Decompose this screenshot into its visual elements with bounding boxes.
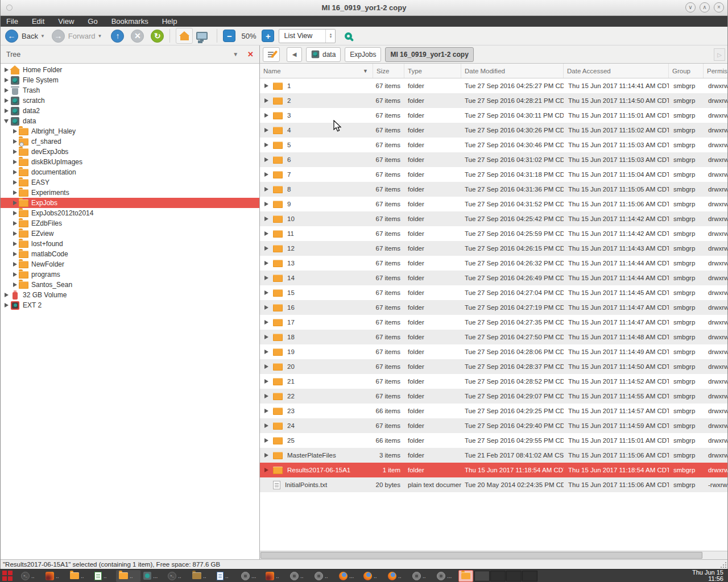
expander-icon[interactable] [263,261,270,265]
file-row-12[interactable]: 1267 itemsfolderTue 27 Sep 2016 04:26:15… [260,241,727,256]
sidebar-item-cf-shared[interactable]: cf_shared [1,136,259,147]
task-button-app-12[interactable]: .. [312,570,336,582]
sidebar-item-experiments[interactable]: Experiments [1,188,259,198]
expander-icon[interactable] [3,98,10,103]
workspace-4[interactable] [522,571,537,581]
stop-button[interactable]: ✕ [131,30,144,43]
file-row-15[interactable]: 1567 itemsfolderTue 27 Sep 2016 04:27:04… [260,285,727,300]
file-row-initialpoints-txt[interactable]: InitialPoints.txt20 bytesplain text docu… [260,477,727,492]
column-header-date-modified[interactable]: Date Modified [461,64,564,78]
menu-bookmarks[interactable]: Bookmarks [111,17,148,26]
back-button[interactable]: ← [5,30,18,43]
expander-icon[interactable] [263,409,270,413]
back-history-caret-icon[interactable]: ▼ [40,34,45,39]
task-button-folder-2[interactable]: .. [67,570,92,582]
column-header-size[interactable]: Size [373,64,404,78]
task-button-folder-4[interactable]: .. [116,570,140,582]
task-button-app-16[interactable]: .. [410,570,434,582]
expander-icon[interactable] [263,350,270,354]
forward-label[interactable]: Forward [68,32,96,40]
file-row-25[interactable]: 2566 itemsfolderTue 27 Sep 2016 04:29:55… [260,433,727,448]
sidebar-item-documentation[interactable]: documentation [1,167,259,177]
task-button-spreadsheet-3[interactable]: .. [92,570,116,582]
expander-icon[interactable] [11,221,18,226]
expander-icon[interactable] [3,119,10,123]
menu-edit[interactable]: Edit [32,17,44,26]
resize-grip[interactable] [719,561,726,568]
breadcrumb-mi-16-0919-yor1-2-copy[interactable]: MI 16_0919_yor1-2 copy [385,47,473,62]
file-row-17[interactable]: 1767 itemsfolderTue 27 Sep 2016 04:27:35… [260,315,727,330]
expander-icon[interactable] [263,468,270,472]
file-row-24[interactable]: 2467 itemsfolderTue 27 Sep 2016 04:29:40… [260,418,727,433]
expander-icon[interactable] [263,423,270,428]
task-button-firefox-13[interactable]: ... [336,570,361,582]
menu-view[interactable]: View [58,17,74,26]
sidebar-item-ext-2[interactable]: EXT 2 [1,300,259,310]
sidebar-item-newfolder[interactable]: NewFolder [1,259,259,269]
expander-icon[interactable] [263,438,270,443]
task-button-app-9[interactable]: ... [238,570,263,582]
menu-go[interactable]: Go [88,17,97,26]
expander-icon[interactable] [263,320,270,325]
file-row-16[interactable]: 1667 itemsfolderTue 27 Sep 2016 04:27:19… [260,300,727,315]
expander-icon[interactable] [11,272,18,277]
close-button[interactable]: × [714,2,724,13]
task-button-document-8[interactable]: .. [214,570,238,582]
menu-help[interactable]: Help [162,17,177,26]
task-button-firefox-15[interactable]: .. [385,570,410,582]
task-button-terminal-0[interactable]: >_.. [18,570,43,582]
side-pane-close-icon[interactable]: ✕ [247,50,254,59]
task-button-app-11[interactable]: .. [287,570,312,582]
expander-icon[interactable] [11,149,18,154]
sidebar-item-albright-haley[interactable]: Albright_Haley [1,126,259,136]
expander-icon[interactable] [263,217,270,221]
sidebar-item-file-system[interactable]: File System [1,75,259,85]
expander-icon[interactable] [11,242,18,246]
expander-icon[interactable] [11,282,18,287]
expander-icon[interactable] [263,84,270,88]
zoom-in-button[interactable]: + [262,30,274,42]
file-row-8[interactable]: 867 itemsfolderTue 27 Sep 2016 04:31:36 … [260,182,727,197]
breadcrumb-expjobs[interactable]: ExpJobs [345,47,381,62]
file-row-2[interactable]: 267 itemsfolderTue 27 Sep 2016 04:28:21 … [260,93,727,108]
clock[interactable]: Thu Jun 15 11:56 [692,569,728,582]
file-row-masterplatefiles[interactable]: MasterPlateFiles3 itemsfolderTue 21 Feb … [260,448,727,463]
computer-button[interactable] [196,32,208,40]
expander-icon[interactable] [11,160,18,164]
expander-icon[interactable] [11,201,18,205]
forward-history-caret-icon[interactable]: ▼ [98,34,102,39]
task-button-app-17[interactable]: ... [434,570,458,582]
sidebar-item-ezview[interactable]: EZview [1,228,259,239]
expander-icon[interactable] [3,88,10,93]
workspace-2[interactable] [490,571,506,581]
zoom-out-button[interactable]: − [223,30,235,42]
sidebar-item-expjobs2012to2014[interactable]: ExpJobs2012to2014 [1,208,259,218]
maximize-button[interactable]: ∧ [700,2,710,13]
expander-icon[interactable] [3,303,10,307]
side-pane-selector-caret-icon[interactable]: ▼ [233,51,238,57]
sidebar-item-ezdbfiles[interactable]: EZdbFiles [1,218,259,228]
expander-icon[interactable] [11,170,18,174]
column-header-date-accessed[interactable]: Date Accessed [564,64,669,78]
sidebar-item-diskbkupimages[interactable]: diskBkUpImages [1,157,259,167]
sidebar-item-santos-sean[interactable]: Santos_Sean [1,280,259,290]
up-button[interactable]: ↑ [111,30,124,43]
expander-icon[interactable] [263,290,270,295]
horizontal-scrollbar-thumb[interactable] [260,552,702,559]
file-row-23[interactable]: 2366 itemsfolderTue 27 Sep 2016 04:29:25… [260,404,727,418]
task-button-matlab-10[interactable]: .. [263,570,287,582]
workspace-3[interactable] [506,571,522,581]
file-row-22[interactable]: 2267 itemsfolderTue 27 Sep 2016 04:29:07… [260,389,727,404]
expander-icon[interactable] [263,231,270,236]
expander-icon[interactable] [11,139,18,144]
expander-icon[interactable] [11,231,18,236]
launcher-menu-icon[interactable] [1,570,16,581]
task-button-terminal-6[interactable]: >_.. [165,570,189,582]
file-row-7[interactable]: 767 itemsfolderTue 27 Sep 2016 04:31:18 … [260,167,727,182]
file-row-3[interactable]: 367 itemsfolderTue 27 Sep 2016 04:30:11 … [260,108,727,123]
task-button-folder-18[interactable] [458,570,473,582]
home-button[interactable] [176,28,193,44]
task-button-matlab-1[interactable]: .. [43,570,67,582]
file-row-21[interactable]: 2167 itemsfolderTue 27 Sep 2016 04:28:52… [260,374,727,389]
expander-icon[interactable] [11,262,18,267]
